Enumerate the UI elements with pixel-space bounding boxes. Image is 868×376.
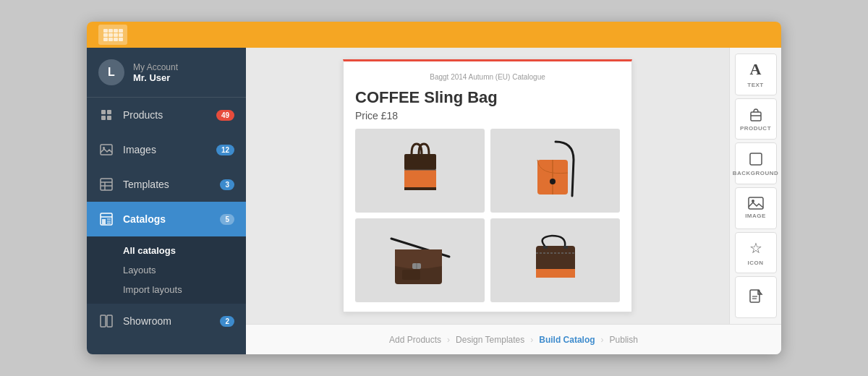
sidebar: L My Account Mr. User Products 4 [87, 48, 246, 354]
top-bar [87, 22, 781, 48]
breadcrumb-add-products[interactable]: Add Products [389, 335, 441, 345]
catalogs-sub-nav: All catalogs Layouts Import layouts [87, 236, 246, 304]
svg-rect-18 [404, 154, 436, 170]
product-image-1 [355, 129, 485, 213]
templates-icon [98, 176, 114, 192]
text-tool-label: TEXT [747, 82, 763, 88]
tool-text[interactable]: A TEXT [735, 54, 777, 95]
breadcrumb-design-templates[interactable]: Design Templates [456, 335, 524, 345]
product-image-3 [355, 218, 485, 302]
svg-rect-4 [101, 145, 112, 155]
breadcrumb-sep-2: › [530, 335, 533, 345]
product-image-4 [490, 218, 620, 302]
more-tool-icon [749, 289, 763, 305]
tool-icon[interactable]: ☆ ICON [735, 232, 777, 274]
icon-tool-icon: ☆ [749, 239, 762, 257]
svg-rect-34 [563, 246, 568, 249]
product-image-2 [490, 129, 620, 213]
background-tool-icon [748, 151, 764, 167]
svg-rect-0 [101, 110, 106, 114]
svg-rect-1 [107, 110, 111, 114]
right-panel: Baggt 2014 Autumn (EU) Catalogue COFFEE … [246, 48, 781, 354]
images-badge: 12 [216, 145, 234, 155]
svg-point-24 [550, 179, 556, 184]
breadcrumb-sep-3: › [601, 335, 604, 345]
product-price: Price £18 [355, 110, 620, 121]
tool-more[interactable] [735, 276, 777, 318]
showroom-label: Showroom [123, 315, 220, 327]
catalog-preview: Baggt 2014 Autumn (EU) Catalogue COFFEE … [246, 48, 729, 324]
products-badge: 49 [216, 110, 234, 121]
avatar: L [98, 59, 124, 85]
catalog-page: Baggt 2014 Autumn (EU) Catalogue COFFEE … [343, 59, 632, 312]
products-icon [98, 107, 114, 123]
svg-rect-35 [751, 112, 761, 121]
product-tool-label: PRODUCT [740, 125, 771, 132]
images-icon [98, 142, 114, 158]
showroom-badge: 2 [220, 316, 234, 327]
tool-image[interactable]: IMAGE [735, 187, 777, 229]
product-tool-icon [748, 106, 764, 122]
images-label: Images [123, 144, 216, 155]
product-name: COFFEE Sling Bag [355, 88, 620, 107]
products-label: Products [123, 109, 216, 121]
main-area: L My Account Mr. User Products 4 [87, 48, 781, 354]
tools-panel: A TEXT PRODUCT [729, 48, 781, 324]
svg-rect-31 [536, 269, 575, 278]
user-info: My Account Mr. User [133, 62, 178, 83]
svg-rect-37 [750, 153, 762, 165]
canvas-area: Baggt 2014 Autumn (EU) Catalogue COFFEE … [246, 48, 781, 324]
tool-product[interactable]: PRODUCT [735, 98, 777, 140]
image-tool-icon [748, 197, 764, 210]
sidebar-item-catalogs[interactable]: Catalogs 5 [87, 202, 246, 236]
background-tool-label: BACKGROUND [733, 170, 779, 176]
app-container: L My Account Mr. User Products 4 [87, 22, 781, 354]
breadcrumb-bar: Add Products › Design Templates › Build … [246, 324, 781, 354]
sub-nav-all-catalogs[interactable]: All catalogs [87, 241, 246, 260]
tool-background[interactable]: BACKGROUND [735, 142, 777, 184]
svg-rect-38 [749, 197, 763, 209]
logo [98, 25, 127, 45]
user-section: L My Account Mr. User [87, 48, 246, 98]
svg-rect-17 [107, 315, 112, 327]
icon-tool-label: ICON [748, 260, 764, 266]
catalogs-label: Catalogs [123, 213, 220, 225]
svg-rect-6 [101, 179, 112, 190]
svg-rect-2 [101, 116, 106, 120]
sub-nav-layouts[interactable]: Layouts [87, 260, 246, 280]
showroom-icon [98, 313, 114, 329]
templates-badge: 3 [220, 179, 234, 190]
svg-rect-20 [404, 187, 436, 190]
svg-rect-12 [102, 219, 106, 224]
svg-rect-27 [402, 270, 420, 280]
sidebar-item-images[interactable]: Images 12 [87, 132, 246, 167]
sidebar-item-templates[interactable]: Templates 3 [87, 167, 246, 202]
catalog-page-title: Baggt 2014 Autumn (EU) Catalogue [355, 73, 620, 81]
text-tool-icon: A [750, 60, 762, 79]
image-tool-label: IMAGE [745, 213, 766, 219]
sidebar-item-showroom[interactable]: Showroom 2 [87, 304, 246, 338]
svg-rect-19 [404, 170, 436, 190]
catalogs-icon [98, 211, 114, 227]
breadcrumb-sep-1: › [447, 335, 450, 345]
svg-rect-33 [543, 246, 548, 249]
sidebar-item-products[interactable]: Products 49 [87, 98, 246, 132]
svg-rect-16 [101, 315, 106, 327]
catalogs-badge: 5 [220, 214, 234, 225]
svg-rect-3 [107, 116, 111, 120]
product-images [355, 129, 620, 302]
sub-nav-import-layouts[interactable]: Import layouts [87, 280, 246, 299]
breadcrumb-build-catalog[interactable]: Build Catalog [539, 335, 595, 345]
user-name: Mr. User [133, 72, 178, 83]
breadcrumb-publish[interactable]: Publish [610, 335, 638, 345]
templates-label: Templates [123, 179, 220, 190]
account-label: My Account [133, 62, 178, 72]
